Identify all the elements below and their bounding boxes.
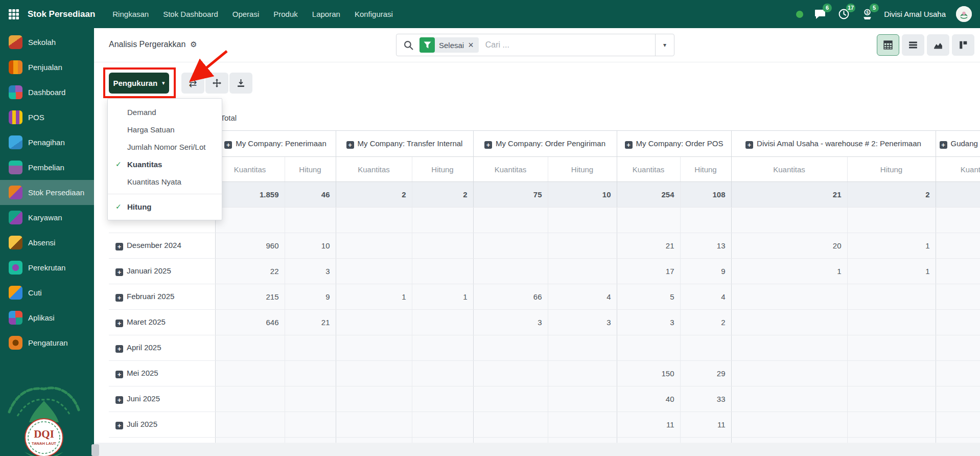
view-pivot-button[interactable] bbox=[877, 34, 899, 56]
pivot-row-header-agustus-2025[interactable]: Agustus 2025 bbox=[109, 438, 215, 443]
pivot-cell-value: 646 bbox=[266, 318, 278, 327]
expand-all-button[interactable] bbox=[205, 73, 228, 94]
topnav-konfigurasi[interactable]: Konfigurasi bbox=[355, 10, 393, 18]
sidebar-item-penagihan[interactable]: Penagihan bbox=[0, 130, 94, 155]
pivot-col-group-my-company-transfer-internal[interactable]: My Company: Transfer Internal bbox=[336, 131, 473, 157]
pivot-row-header-maret-2025[interactable]: Maret 2025 bbox=[109, 310, 215, 335]
activities-badge: 17 bbox=[846, 4, 855, 12]
pivot-cell-value: 150 bbox=[661, 369, 674, 378]
pivot-col-group-divisi-amal-usaha-warehouse-2-penerimaan[interactable]: Divisi Amal Usaha - warehouse # 2: Pener… bbox=[731, 131, 936, 157]
remove-filter-icon[interactable]: × bbox=[468, 40, 474, 50]
pivot-col-group-my-company-penerimaan[interactable]: My Company: Penerimaan bbox=[215, 131, 336, 157]
pivot-cell: 2 bbox=[847, 182, 936, 208]
topnav-operasi[interactable]: Operasi bbox=[232, 10, 260, 18]
pivot-measure-header[interactable]: Kuantitas bbox=[731, 157, 847, 182]
measure-option-label: Hitung bbox=[127, 202, 151, 211]
measure-option-kuantitas[interactable]: ✓Kuantitas bbox=[108, 155, 222, 173]
filter-chip-selesai[interactable]: Selesai × bbox=[419, 37, 479, 53]
pivot-cell-value: 3 bbox=[606, 318, 611, 327]
sidebar-item-label: Pembelian bbox=[28, 163, 64, 172]
sidebar-item-pembelian[interactable]: Pembelian bbox=[0, 155, 94, 180]
sidebar-item-karyawan[interactable]: Karyawan bbox=[0, 205, 94, 230]
search-dropdown-toggle[interactable]: ▾ bbox=[655, 34, 674, 56]
pivot-measure-header[interactable]: Kuantitas bbox=[215, 157, 285, 182]
sidebar-scrollbar-thumb[interactable] bbox=[91, 444, 99, 456]
view-graph-button[interactable] bbox=[927, 34, 949, 56]
sidebar-item-sekolah[interactable]: Sekolah bbox=[0, 30, 94, 55]
pivot-measure-header[interactable]: Hitung bbox=[847, 157, 936, 182]
sidebar-item-dashboard[interactable]: Dashboard bbox=[0, 80, 94, 105]
pivot-row-header-juli-2025[interactable]: Juli 2025 bbox=[109, 412, 215, 438]
pivot-cell: 33 bbox=[680, 386, 731, 412]
measure-option-jumlah-nomor-seri-lot[interactable]: Jumlah Nomor Seri/Lot bbox=[108, 138, 222, 155]
pivot-measure-header[interactable]: Hitung bbox=[680, 157, 731, 182]
pivot-cell-value: 29 bbox=[717, 369, 726, 378]
pivot-row-header-desember-2024[interactable]: Desember 2024 bbox=[109, 233, 215, 259]
purchase-icon bbox=[9, 161, 22, 174]
topnav-ringkasan[interactable]: Ringkasan bbox=[112, 10, 149, 18]
measure-option-hitung[interactable]: ✓Hitung bbox=[108, 198, 222, 215]
expand-plus-icon bbox=[115, 371, 123, 378]
pivot-cell-value: 1 bbox=[463, 292, 467, 301]
sidebar-item-stok-persediaan[interactable]: Stok Persediaan bbox=[0, 180, 94, 205]
pivot-measure-header[interactable]: Hitung bbox=[285, 157, 336, 182]
measure-option-label: Kuantitas bbox=[127, 160, 162, 169]
sidebar-item-pengaturan[interactable]: Pengaturan bbox=[0, 330, 94, 355]
pivot-row-header-mei-2025[interactable]: Mei 2025 bbox=[109, 361, 215, 386]
app-title[interactable]: Stok Persediaan bbox=[28, 9, 95, 19]
pivot-cell-value: 960 bbox=[266, 241, 278, 250]
pivot-measure-header[interactable]: Hitung bbox=[548, 157, 617, 182]
pivot-row-header-juni-2025[interactable]: Juni 2025 bbox=[109, 386, 215, 412]
pivot-col-group-my-company-order-pengiriman[interactable]: My Company: Order Pengiriman bbox=[473, 131, 617, 157]
sales-notification-button[interactable]: $ 5 bbox=[860, 8, 874, 21]
apps-grid-icon[interactable] bbox=[0, 0, 28, 28]
sidebar-item-label: Absensi bbox=[28, 238, 55, 247]
user-avatar[interactable] bbox=[956, 6, 972, 22]
sidebar-item-cuti[interactable]: Cuti bbox=[0, 280, 94, 305]
measures-button[interactable]: Pengukuran ▾ bbox=[109, 73, 169, 94]
activities-button[interactable]: 17 bbox=[837, 8, 850, 21]
pivot-cell: 21 bbox=[731, 182, 847, 208]
search-input[interactable] bbox=[479, 40, 655, 50]
pivot-cell bbox=[617, 335, 680, 361]
pivot-cell-value: 40 bbox=[666, 395, 674, 403]
messages-button[interactable]: 6 bbox=[813, 8, 827, 21]
flip-axis-button[interactable]: ⇄ bbox=[181, 73, 204, 94]
view-list-button[interactable] bbox=[902, 34, 924, 56]
topnav-laporan[interactable]: Laporan bbox=[312, 10, 340, 18]
download-xlsx-button[interactable] bbox=[229, 73, 252, 94]
pivot-row-header-april-2025[interactable]: April 2025 bbox=[109, 335, 215, 361]
pivot-cell bbox=[215, 412, 285, 438]
avatar-logo-icon bbox=[956, 6, 972, 22]
messages-badge: 6 bbox=[823, 4, 832, 12]
pivot-header-total[interactable]: Total bbox=[215, 105, 980, 131]
measure-option-harga-satuan[interactable]: Harga Satuan bbox=[108, 121, 222, 138]
pivot-row-header-februari-2025[interactable]: Februari 2025 bbox=[109, 284, 215, 310]
sidebar-item-aplikasi[interactable]: Aplikasi bbox=[0, 305, 94, 330]
pivot-cell: 3 bbox=[548, 310, 617, 335]
sidebar-item-pos[interactable]: POS bbox=[0, 105, 94, 130]
pivot-measure-header[interactable]: Kuantitas bbox=[473, 157, 548, 182]
pivot-row-februari-2025: Februari 202521591166454 bbox=[109, 284, 980, 310]
topnav-produk[interactable]: Produk bbox=[273, 10, 298, 18]
pivot-measure-header[interactable]: Kuantitas bbox=[336, 157, 412, 182]
sidebar-item-absensi[interactable]: Absensi bbox=[0, 230, 94, 255]
pivot-cell: 17 bbox=[617, 259, 680, 284]
grid-icon-svg bbox=[8, 8, 20, 20]
measure-option-demand[interactable]: Demand bbox=[108, 103, 222, 121]
pivot-cell bbox=[936, 208, 980, 233]
measure-option-kuantitas-nyata[interactable]: Kuantitas Nyata bbox=[108, 173, 222, 190]
sidebar-item-penjualan[interactable]: Penjualan bbox=[0, 55, 94, 80]
view-kanban-button[interactable] bbox=[952, 34, 974, 56]
pivot-measure-header[interactable]: Hitung bbox=[412, 157, 473, 182]
pivot-col-group-gudang[interactable]: Gudang bbox=[936, 131, 980, 157]
gear-icon[interactable]: ⚙ bbox=[190, 40, 197, 49]
company-switcher[interactable]: Divisi Amal Usaha bbox=[884, 10, 946, 18]
pivot-measure-header[interactable]: Kuantitas bbox=[936, 157, 980, 182]
pivot-row-header-januari-2025[interactable]: Januari 2025 bbox=[109, 259, 215, 284]
pivot-col-group-my-company-order-pos[interactable]: My Company: Order POS bbox=[617, 131, 731, 157]
pivot-cell-value: 21 bbox=[666, 241, 674, 250]
topnav-stok-dashboard[interactable]: Stok Dashboard bbox=[163, 10, 218, 18]
pivot-measure-header[interactable]: Kuantitas bbox=[617, 157, 680, 182]
sidebar-item-perekrutan[interactable]: Perekrutan bbox=[0, 255, 94, 280]
